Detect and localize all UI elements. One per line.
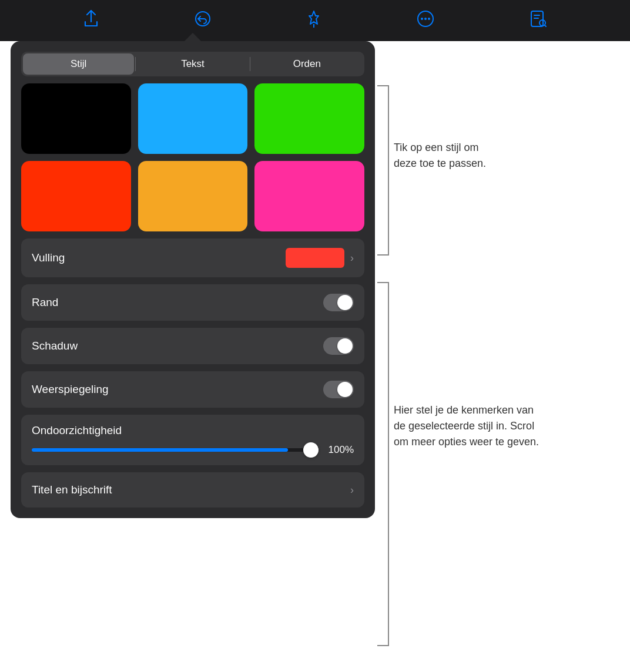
opacity-slider-row: 100%	[32, 444, 354, 456]
bracket-top	[377, 85, 389, 256]
titel-chevron: ›	[350, 484, 354, 496]
vulling-right: ›	[286, 248, 354, 268]
svg-point-3	[421, 18, 423, 20]
rand-toggle[interactable]	[323, 294, 354, 311]
swatch-blue[interactable]	[138, 83, 248, 154]
swatch-green[interactable]	[254, 83, 364, 154]
more-icon[interactable]	[417, 10, 434, 31]
weerspiegeling-toggle-knob	[337, 382, 353, 397]
opacity-track[interactable]	[32, 448, 316, 452]
ondoorzichtigheid-section: Ondoorzichtigheid 100%	[21, 415, 364, 465]
pin-icon[interactable]	[307, 10, 321, 31]
tab-stijl[interactable]: Stijl	[23, 53, 134, 75]
tab-divider-2	[250, 57, 250, 71]
vulling-color	[286, 248, 344, 268]
weerspiegeling-toggle[interactable]	[323, 381, 354, 398]
undo-icon[interactable]	[195, 11, 211, 31]
svg-line-8	[545, 25, 546, 26]
tab-orden[interactable]: Orden	[252, 53, 363, 75]
rand-row[interactable]: Rand	[21, 284, 364, 321]
schaduw-label: Schaduw	[32, 340, 78, 352]
swatch-black[interactable]	[21, 83, 131, 154]
titel-label: Titel en bijschrift	[32, 483, 112, 496]
schaduw-toggle-knob	[337, 338, 353, 354]
svg-point-4	[424, 18, 427, 20]
swatch-pink[interactable]	[254, 161, 364, 231]
tab-tekst[interactable]: Tekst	[137, 53, 248, 75]
weerspiegeling-label: Weerspiegeling	[32, 383, 109, 396]
vulling-row[interactable]: Vulling ›	[21, 238, 364, 277]
swatches-grid	[21, 83, 364, 231]
swatch-orange[interactable]	[138, 161, 248, 231]
opacity-value: 100%	[324, 444, 354, 456]
rand-label: Rand	[32, 296, 58, 309]
opacity-thumb[interactable]	[303, 442, 319, 458]
tab-divider	[135, 57, 136, 71]
document-search-icon[interactable]	[530, 10, 547, 31]
vulling-chevron: ›	[350, 252, 354, 264]
popover-panel: Stijl Tekst Orden Vulling › Rand Schaduw	[11, 41, 375, 518]
annotation-top: Tik op een stijl omdeze toe te passen.	[394, 140, 486, 172]
toolbar	[0, 0, 630, 41]
rand-toggle-knob	[337, 295, 353, 310]
ondoorzichtigheid-label: Ondoorzichtigheid	[32, 424, 354, 437]
opacity-fill	[32, 448, 288, 452]
vulling-label: Vulling	[32, 251, 65, 264]
svg-point-5	[428, 18, 430, 20]
titel-row[interactable]: Titel en bijschrift ›	[21, 472, 364, 508]
schaduw-toggle[interactable]	[323, 337, 354, 355]
share-icon[interactable]	[83, 10, 99, 31]
schaduw-row[interactable]: Schaduw	[21, 328, 364, 364]
annotation-bottom: Hier stel je de kenmerken vande geselect…	[394, 402, 539, 450]
bracket-bottom	[377, 282, 389, 646]
weerspiegeling-row[interactable]: Weerspiegeling	[21, 371, 364, 408]
tab-bar: Stijl Tekst Orden	[21, 52, 364, 76]
swatch-red[interactable]	[21, 161, 131, 231]
